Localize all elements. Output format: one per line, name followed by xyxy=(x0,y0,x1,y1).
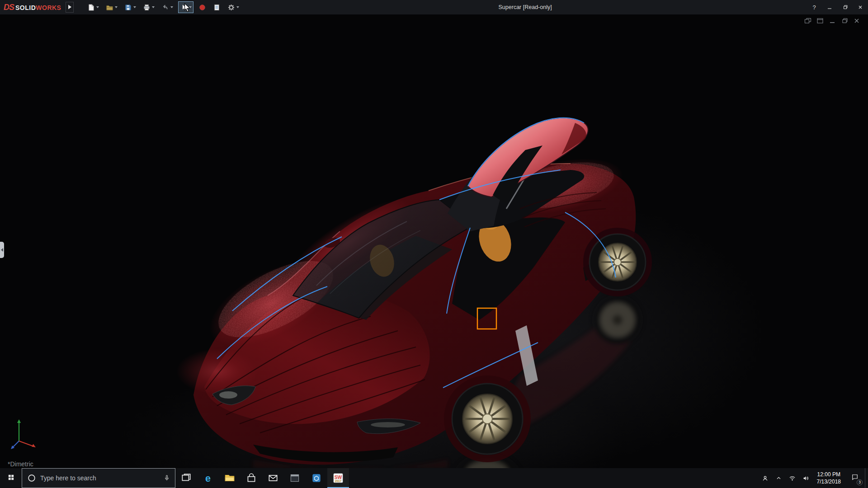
window-title: Supercar [Read-only] xyxy=(499,0,552,14)
dropdown-caret-icon[interactable] xyxy=(133,6,136,8)
cortana-icon xyxy=(27,473,37,483)
taskbar-search[interactable] xyxy=(22,468,175,488)
network-icon xyxy=(788,474,796,482)
front-wheel xyxy=(452,384,523,454)
tray-people-button[interactable] xyxy=(759,468,772,488)
clock-date: 7/13/2018 xyxy=(817,478,841,485)
task-view-icon xyxy=(180,472,192,484)
dropdown-caret-icon[interactable] xyxy=(152,6,155,8)
tray-volume-button[interactable] xyxy=(799,468,813,488)
undo-icon xyxy=(161,4,169,11)
system-tray: 12:00 PM 7/13/2018 3 xyxy=(759,468,868,488)
store-icon xyxy=(245,472,257,484)
people-icon xyxy=(761,474,769,482)
ds-logo-icon: DS xyxy=(4,3,14,12)
edrawings-icon xyxy=(311,472,322,484)
minimize-icon xyxy=(827,5,832,10)
clock-time: 12:00 PM xyxy=(817,471,841,478)
document-cascade-icon xyxy=(804,18,811,24)
taskbar-apps: eSW2017 xyxy=(175,468,349,488)
rear-wheel xyxy=(590,234,646,290)
document-restore-icon xyxy=(841,18,848,24)
show-desktop-button[interactable] xyxy=(865,468,868,488)
save-floppy-button[interactable] xyxy=(123,1,138,13)
graphics-area[interactable] xyxy=(0,14,868,468)
undo-button[interactable] xyxy=(160,1,175,13)
svg-text:2017: 2017 xyxy=(335,479,342,483)
rebuild-button[interactable] xyxy=(197,1,208,13)
taskbar: eSW2017 12:00 PM 7/13/2018 3 xyxy=(0,468,868,488)
rebuild-icon xyxy=(198,4,206,11)
titlebar: DS SOLIDWORKS Supercar [Read-only] ? xyxy=(0,0,868,14)
dropdown-caret-icon[interactable] xyxy=(115,6,118,8)
document-minimize-icon xyxy=(829,18,836,24)
restore-button[interactable] xyxy=(837,0,853,14)
action-center-button[interactable]: 3 xyxy=(845,468,865,488)
menu-flyout-button[interactable] xyxy=(66,2,74,13)
close-icon xyxy=(858,5,863,10)
taskbar-clock[interactable]: 12:00 PM 7/13/2018 xyxy=(813,468,845,488)
windows-start-icon xyxy=(7,474,15,483)
search-input[interactable] xyxy=(40,474,160,482)
new-document-button[interactable] xyxy=(85,1,101,13)
taskbar-app-solidworks-2017[interactable]: SW2017 xyxy=(327,468,349,488)
solidworks-2017-icon: SW2017 xyxy=(332,472,344,484)
chevron-up-icon xyxy=(775,474,783,482)
document-close-icon xyxy=(853,18,860,24)
document-window-icon xyxy=(816,18,824,24)
microphone-icon[interactable] xyxy=(163,474,170,482)
edge-icon: e xyxy=(202,472,214,484)
select-cursor-icon xyxy=(180,4,188,11)
taskbar-app-file-explorer[interactable] xyxy=(219,468,241,488)
flyout-arrow-icon xyxy=(68,3,72,11)
options-gear-icon xyxy=(227,4,235,11)
tray-network-button[interactable] xyxy=(786,468,799,488)
taskbar-app-task-view[interactable] xyxy=(175,468,197,488)
help-button[interactable]: ? xyxy=(807,0,822,14)
document-window-button[interactable] xyxy=(816,17,824,24)
standard-toolbar xyxy=(85,1,241,13)
minimize-button[interactable] xyxy=(822,0,837,14)
svg-text:SW: SW xyxy=(335,475,342,480)
print-icon xyxy=(143,4,151,11)
options-gear-button[interactable] xyxy=(226,1,241,13)
taskbar-app-console[interactable] xyxy=(284,468,306,488)
dropdown-caret-icon[interactable] xyxy=(170,6,173,8)
new-document-icon xyxy=(87,4,95,11)
document-cascade-button[interactable] xyxy=(804,17,812,24)
dropdown-caret-icon[interactable] xyxy=(96,6,99,8)
volume-icon xyxy=(802,474,810,482)
svg-text:e: e xyxy=(205,473,211,484)
file-properties-button[interactable] xyxy=(211,1,222,13)
print-button[interactable] xyxy=(141,1,156,13)
start-button[interactable] xyxy=(0,468,22,488)
file-explorer-icon xyxy=(224,472,236,484)
window-controls: ? xyxy=(807,0,868,14)
close-button[interactable] xyxy=(853,0,868,14)
open-folder-button[interactable] xyxy=(104,1,119,13)
restore-icon xyxy=(842,5,848,10)
solidworks-logo: DS SOLIDWORKS xyxy=(0,3,65,12)
select-cursor-button[interactable] xyxy=(178,1,193,13)
brand-works: WORKS xyxy=(36,4,61,11)
panel-collapse-tab[interactable] xyxy=(0,242,4,258)
tray-chevron-up-button[interactable] xyxy=(772,468,786,488)
save-floppy-icon xyxy=(124,4,132,11)
view-orientation-label: *Dimetric xyxy=(8,460,33,468)
reference-triad-icon xyxy=(7,415,40,453)
brand-solid: SOLID xyxy=(15,4,36,11)
taskbar-app-edrawings[interactable] xyxy=(306,468,327,488)
taskbar-app-mail[interactable] xyxy=(262,468,284,488)
file-properties-icon xyxy=(213,4,221,11)
taskbar-app-store[interactable] xyxy=(241,468,262,488)
notification-badge: 3 xyxy=(857,479,863,485)
document-minimize-button[interactable] xyxy=(828,17,836,24)
console-icon xyxy=(289,472,301,484)
mail-icon xyxy=(267,472,279,484)
document-restore-button[interactable] xyxy=(840,17,849,24)
dropdown-caret-icon[interactable] xyxy=(236,6,239,8)
document-close-button[interactable] xyxy=(853,17,861,24)
taskbar-app-edge[interactable]: e xyxy=(197,468,219,488)
dropdown-caret-icon[interactable] xyxy=(189,6,192,8)
document-window-controls xyxy=(804,17,861,24)
